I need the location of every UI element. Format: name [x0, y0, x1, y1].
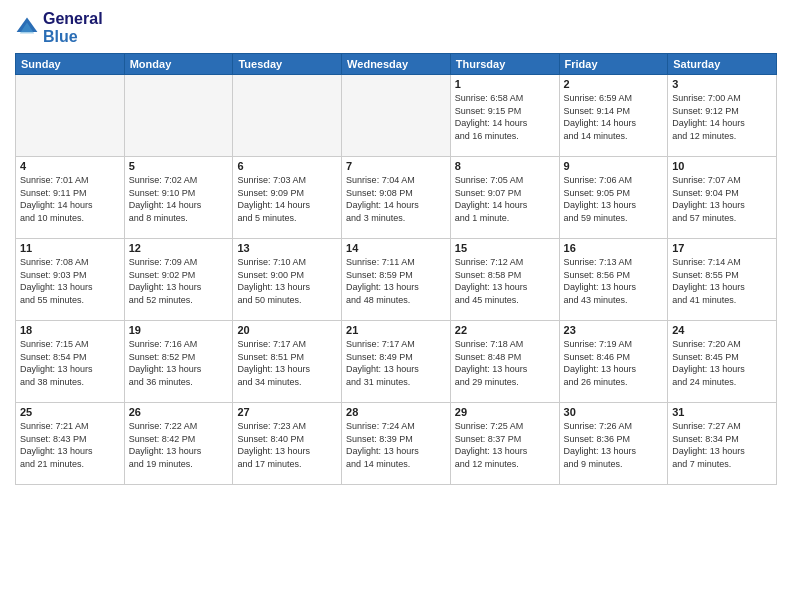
day-info: Sunrise: 7:10 AM Sunset: 9:00 PM Dayligh…	[237, 256, 337, 306]
calendar-day-cell: 4Sunrise: 7:01 AM Sunset: 9:11 PM Daylig…	[16, 157, 125, 239]
logo-icon	[15, 16, 39, 40]
day-info: Sunrise: 7:17 AM Sunset: 8:49 PM Dayligh…	[346, 338, 446, 388]
day-number: 14	[346, 242, 446, 254]
day-number: 1	[455, 78, 555, 90]
calendar-day-cell	[124, 75, 233, 157]
day-number: 9	[564, 160, 664, 172]
calendar-day-cell	[233, 75, 342, 157]
calendar-week-row: 18Sunrise: 7:15 AM Sunset: 8:54 PM Dayli…	[16, 321, 777, 403]
calendar-day-cell: 18Sunrise: 7:15 AM Sunset: 8:54 PM Dayli…	[16, 321, 125, 403]
day-info: Sunrise: 7:14 AM Sunset: 8:55 PM Dayligh…	[672, 256, 772, 306]
day-info: Sunrise: 7:25 AM Sunset: 8:37 PM Dayligh…	[455, 420, 555, 470]
calendar-week-row: 1Sunrise: 6:58 AM Sunset: 9:15 PM Daylig…	[16, 75, 777, 157]
day-info: Sunrise: 7:11 AM Sunset: 8:59 PM Dayligh…	[346, 256, 446, 306]
logo-text: General Blue	[43, 10, 103, 45]
calendar-day-cell: 30Sunrise: 7:26 AM Sunset: 8:36 PM Dayli…	[559, 403, 668, 485]
day-info: Sunrise: 6:59 AM Sunset: 9:14 PM Dayligh…	[564, 92, 664, 142]
calendar-day-header: Tuesday	[233, 54, 342, 75]
calendar-day-cell: 19Sunrise: 7:16 AM Sunset: 8:52 PM Dayli…	[124, 321, 233, 403]
day-number: 31	[672, 406, 772, 418]
day-number: 23	[564, 324, 664, 336]
day-number: 27	[237, 406, 337, 418]
calendar-day-cell: 10Sunrise: 7:07 AM Sunset: 9:04 PM Dayli…	[668, 157, 777, 239]
calendar-day-cell: 17Sunrise: 7:14 AM Sunset: 8:55 PM Dayli…	[668, 239, 777, 321]
day-number: 4	[20, 160, 120, 172]
calendar-day-cell: 2Sunrise: 6:59 AM Sunset: 9:14 PM Daylig…	[559, 75, 668, 157]
day-info: Sunrise: 7:19 AM Sunset: 8:46 PM Dayligh…	[564, 338, 664, 388]
calendar-table: SundayMondayTuesdayWednesdayThursdayFrid…	[15, 53, 777, 485]
day-number: 28	[346, 406, 446, 418]
day-number: 18	[20, 324, 120, 336]
day-info: Sunrise: 7:15 AM Sunset: 8:54 PM Dayligh…	[20, 338, 120, 388]
day-info: Sunrise: 7:07 AM Sunset: 9:04 PM Dayligh…	[672, 174, 772, 224]
day-number: 24	[672, 324, 772, 336]
day-info: Sunrise: 7:12 AM Sunset: 8:58 PM Dayligh…	[455, 256, 555, 306]
calendar-day-cell: 25Sunrise: 7:21 AM Sunset: 8:43 PM Dayli…	[16, 403, 125, 485]
calendar-day-cell: 9Sunrise: 7:06 AM Sunset: 9:05 PM Daylig…	[559, 157, 668, 239]
day-info: Sunrise: 7:16 AM Sunset: 8:52 PM Dayligh…	[129, 338, 229, 388]
calendar-day-cell: 12Sunrise: 7:09 AM Sunset: 9:02 PM Dayli…	[124, 239, 233, 321]
day-number: 5	[129, 160, 229, 172]
day-number: 3	[672, 78, 772, 90]
day-number: 7	[346, 160, 446, 172]
calendar-day-header: Sunday	[16, 54, 125, 75]
calendar-day-cell: 23Sunrise: 7:19 AM Sunset: 8:46 PM Dayli…	[559, 321, 668, 403]
day-info: Sunrise: 7:00 AM Sunset: 9:12 PM Dayligh…	[672, 92, 772, 142]
day-number: 11	[20, 242, 120, 254]
calendar-day-header: Friday	[559, 54, 668, 75]
calendar-day-cell	[342, 75, 451, 157]
calendar-day-cell: 14Sunrise: 7:11 AM Sunset: 8:59 PM Dayli…	[342, 239, 451, 321]
calendar-day-cell: 13Sunrise: 7:10 AM Sunset: 9:00 PM Dayli…	[233, 239, 342, 321]
day-info: Sunrise: 7:04 AM Sunset: 9:08 PM Dayligh…	[346, 174, 446, 224]
day-info: Sunrise: 7:23 AM Sunset: 8:40 PM Dayligh…	[237, 420, 337, 470]
day-info: Sunrise: 7:26 AM Sunset: 8:36 PM Dayligh…	[564, 420, 664, 470]
day-number: 17	[672, 242, 772, 254]
day-number: 16	[564, 242, 664, 254]
logo: General Blue	[15, 10, 103, 45]
calendar-header-row: SundayMondayTuesdayWednesdayThursdayFrid…	[16, 54, 777, 75]
day-info: Sunrise: 7:01 AM Sunset: 9:11 PM Dayligh…	[20, 174, 120, 224]
calendar-day-cell: 1Sunrise: 6:58 AM Sunset: 9:15 PM Daylig…	[450, 75, 559, 157]
day-number: 26	[129, 406, 229, 418]
calendar-day-cell: 26Sunrise: 7:22 AM Sunset: 8:42 PM Dayli…	[124, 403, 233, 485]
day-number: 8	[455, 160, 555, 172]
day-info: Sunrise: 7:09 AM Sunset: 9:02 PM Dayligh…	[129, 256, 229, 306]
day-info: Sunrise: 7:27 AM Sunset: 8:34 PM Dayligh…	[672, 420, 772, 470]
day-info: Sunrise: 7:03 AM Sunset: 9:09 PM Dayligh…	[237, 174, 337, 224]
calendar-day-header: Saturday	[668, 54, 777, 75]
calendar-day-cell: 21Sunrise: 7:17 AM Sunset: 8:49 PM Dayli…	[342, 321, 451, 403]
calendar-week-row: 11Sunrise: 7:08 AM Sunset: 9:03 PM Dayli…	[16, 239, 777, 321]
calendar-day-cell: 29Sunrise: 7:25 AM Sunset: 8:37 PM Dayli…	[450, 403, 559, 485]
calendar-day-cell: 6Sunrise: 7:03 AM Sunset: 9:09 PM Daylig…	[233, 157, 342, 239]
calendar-day-cell: 15Sunrise: 7:12 AM Sunset: 8:58 PM Dayli…	[450, 239, 559, 321]
day-number: 6	[237, 160, 337, 172]
day-number: 2	[564, 78, 664, 90]
day-info: Sunrise: 6:58 AM Sunset: 9:15 PM Dayligh…	[455, 92, 555, 142]
calendar-day-cell: 24Sunrise: 7:20 AM Sunset: 8:45 PM Dayli…	[668, 321, 777, 403]
day-info: Sunrise: 7:22 AM Sunset: 8:42 PM Dayligh…	[129, 420, 229, 470]
day-info: Sunrise: 7:21 AM Sunset: 8:43 PM Dayligh…	[20, 420, 120, 470]
calendar-day-cell: 8Sunrise: 7:05 AM Sunset: 9:07 PM Daylig…	[450, 157, 559, 239]
day-info: Sunrise: 7:20 AM Sunset: 8:45 PM Dayligh…	[672, 338, 772, 388]
calendar-day-header: Monday	[124, 54, 233, 75]
calendar-day-cell: 7Sunrise: 7:04 AM Sunset: 9:08 PM Daylig…	[342, 157, 451, 239]
day-info: Sunrise: 7:06 AM Sunset: 9:05 PM Dayligh…	[564, 174, 664, 224]
calendar-day-cell: 20Sunrise: 7:17 AM Sunset: 8:51 PM Dayli…	[233, 321, 342, 403]
day-info: Sunrise: 7:08 AM Sunset: 9:03 PM Dayligh…	[20, 256, 120, 306]
day-info: Sunrise: 7:13 AM Sunset: 8:56 PM Dayligh…	[564, 256, 664, 306]
calendar-day-header: Thursday	[450, 54, 559, 75]
day-number: 25	[20, 406, 120, 418]
day-number: 13	[237, 242, 337, 254]
calendar-week-row: 25Sunrise: 7:21 AM Sunset: 8:43 PM Dayli…	[16, 403, 777, 485]
day-number: 20	[237, 324, 337, 336]
day-info: Sunrise: 7:05 AM Sunset: 9:07 PM Dayligh…	[455, 174, 555, 224]
calendar-day-cell: 5Sunrise: 7:02 AM Sunset: 9:10 PM Daylig…	[124, 157, 233, 239]
page: General Blue SundayMondayTuesdayWednesda…	[0, 0, 792, 612]
calendar-day-cell: 27Sunrise: 7:23 AM Sunset: 8:40 PM Dayli…	[233, 403, 342, 485]
day-info: Sunrise: 7:24 AM Sunset: 8:39 PM Dayligh…	[346, 420, 446, 470]
calendar-day-header: Wednesday	[342, 54, 451, 75]
calendar-day-cell: 3Sunrise: 7:00 AM Sunset: 9:12 PM Daylig…	[668, 75, 777, 157]
calendar-day-cell: 16Sunrise: 7:13 AM Sunset: 8:56 PM Dayli…	[559, 239, 668, 321]
day-number: 12	[129, 242, 229, 254]
calendar-day-cell: 11Sunrise: 7:08 AM Sunset: 9:03 PM Dayli…	[16, 239, 125, 321]
